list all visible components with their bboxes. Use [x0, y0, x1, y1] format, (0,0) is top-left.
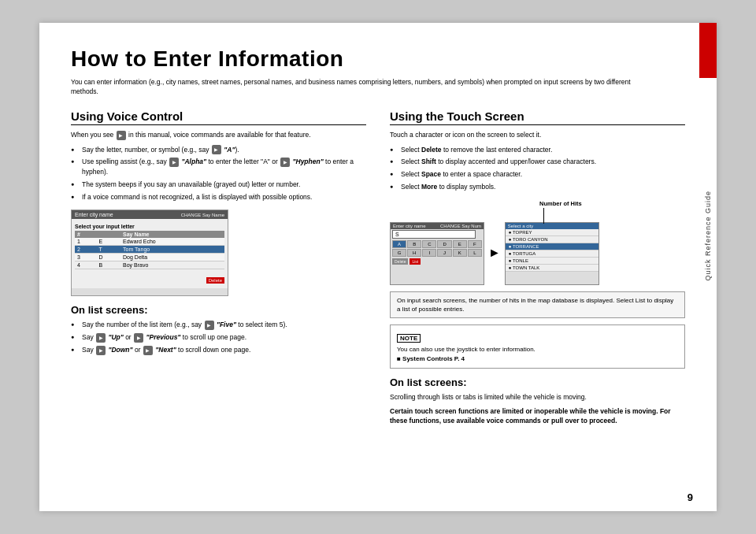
screenshot-header: Enter city name CHANGE Say Name	[72, 210, 228, 219]
hits-vertical-line	[543, 208, 544, 224]
touch-bullet-3: Select Space to enter a space character.	[390, 169, 685, 180]
letter-grid: A B C D E F G H I J K L	[392, 240, 482, 257]
col-header-name: Say Name	[120, 231, 224, 238]
list-screens-heading-left: On list screens:	[71, 304, 366, 316]
voice-icon-8	[96, 346, 106, 355]
list-nav-btn[interactable]: List	[410, 258, 421, 265]
note-text-2: ■ System Controls P. 4	[397, 354, 678, 364]
touch-bullets: Select Delete to remove the last entered…	[390, 145, 685, 192]
left-column: Using Voice Control When you see in this…	[71, 109, 366, 495]
bullet-4: If a voice command is not recognized, a …	[71, 192, 366, 202]
col-header-num: #	[75, 231, 96, 238]
list-scroll-text: Scrolling through lists or tabs is limit…	[390, 392, 685, 402]
touch-screen-heading: Using the Touch Screen	[390, 109, 685, 125]
letter-cell-a[interactable]: A	[392, 240, 406, 248]
table-row: 3 D Dog Delta	[75, 254, 224, 261]
city-list-item[interactable]: ● TORO CANYON	[506, 236, 598, 243]
vertical-label: Quick Reference Guide	[699, 23, 717, 511]
letter-cell-h[interactable]: H	[407, 249, 421, 257]
voice-icon-4	[280, 158, 290, 167]
bullet-3: The system beeps if you say an unavailab…	[71, 180, 366, 190]
note-label: NOTE	[397, 334, 421, 343]
touch-bullet-1: Select Delete to remove the last entered…	[390, 145, 685, 155]
right-screenshots: Enter city name CHANGE Say Num A B C D E…	[390, 222, 685, 285]
city-list-item[interactable]: ● TORTUGA	[506, 250, 598, 258]
bullet-1: Say the letter, number, or symbol (e.g.,…	[71, 145, 366, 155]
voice-icon-7	[134, 333, 143, 343]
note-text-1: You can also use the joystick to enter i…	[397, 345, 678, 354]
list-screens-bullets: Say the number of the list item (e.g., s…	[71, 320, 366, 354]
list-bullet-2: Say "Up" or "Previous" to scroll up one …	[71, 332, 366, 343]
page-container: Quick Reference Guide How to Enter Infor…	[39, 23, 717, 511]
letter-cell-c[interactable]: C	[422, 240, 436, 248]
voice-icon-1	[117, 131, 126, 140]
touch-bullet-4: Select More to display symbols.	[390, 182, 685, 192]
letter-cell-e[interactable]: E	[453, 240, 467, 248]
right-column: Using the Touch Screen Touch a character…	[390, 109, 685, 495]
list-bullet-3: Say "Down" or "Next" to scroll down one …	[71, 345, 366, 355]
letter-table: # Say Name 1 E Edward Echo	[75, 231, 224, 269]
voice-icon-2	[212, 145, 221, 154]
note-link[interactable]: System Controls P. 4	[402, 355, 465, 362]
letter-cell-d[interactable]: D	[437, 240, 451, 248]
bullet-2: Use spelling assist (e.g., say "Alpha" t…	[71, 157, 366, 177]
screenshot-title: Enter city name	[75, 212, 113, 217]
right-screenshot-wrapper: Number of Hits Enter city name CHANGE Sa…	[390, 200, 685, 285]
letter-cell-g[interactable]: G	[392, 249, 406, 257]
intro-text: You can enter information (e.g., city na…	[71, 78, 638, 97]
voice-icon-5	[205, 321, 214, 330]
letter-cell-l[interactable]: L	[468, 249, 482, 257]
city-list-item[interactable]: ● TOPREY	[506, 229, 598, 236]
col-header-letter	[96, 231, 120, 238]
voice-control-heading: Using Voice Control	[71, 109, 366, 125]
city-list-item[interactable]: ● TOWN TALK	[506, 265, 598, 272]
quick-reference-label: Quick Reference Guide	[704, 191, 712, 344]
voice-icon-9	[143, 346, 153, 355]
voice-icon-6	[96, 333, 106, 343]
table-row: 2 T Tom Tango	[75, 246, 224, 254]
arrow-icon: ►	[488, 222, 501, 260]
touch-bullet-2: Select Shift to display accented and upp…	[390, 157, 685, 167]
city-list-item[interactable]: ● TONLE	[506, 258, 598, 265]
city-list-item[interactable]: ● TORRANCE	[506, 243, 598, 250]
select-city-screen: Select a city ● TOPREY ● TORO CANYON ● T…	[505, 222, 599, 285]
enter-city-header: Enter city name CHANGE Say Num	[391, 223, 484, 229]
letter-cell-i[interactable]: I	[422, 249, 436, 257]
letter-cell-j[interactable]: J	[437, 249, 451, 257]
content-columns: Using Voice Control When you see in this…	[71, 109, 685, 495]
voice-intro-text: When you see in this manual, voice comma…	[71, 130, 366, 140]
note-box: NOTE You can also use the joystick to en…	[390, 324, 685, 369]
caption-text: On input search screens, the number of h…	[397, 297, 673, 313]
table-row: 4 B Boy Bravo	[75, 261, 224, 269]
screenshot-body: Select your input letter # Say Name 1	[72, 219, 228, 288]
caption-box: On input search screens, the number of h…	[390, 291, 685, 318]
delete-btn[interactable]: Delete	[206, 277, 224, 284]
enter-city-screen: Enter city name CHANGE Say Num A B C D E…	[390, 222, 484, 285]
voice-bullets: Say the letter, number, or symbol (e.g.,…	[71, 145, 366, 202]
page-title: How to Enter Information	[71, 46, 685, 72]
page-number: 9	[687, 491, 693, 503]
voice-icon-3	[169, 158, 179, 167]
list-screens-heading-right: On list screens:	[390, 376, 685, 388]
warning-text: Certain touch screen functions are limit…	[390, 406, 685, 427]
select-city-header: Select a city	[506, 223, 598, 229]
letter-cell-b[interactable]: B	[407, 240, 421, 248]
voice-screenshot: Enter city name CHANGE Say Name Select y…	[71, 210, 228, 296]
city-input[interactable]	[392, 230, 476, 239]
touch-intro: Touch a character or icon on the screen …	[390, 130, 685, 140]
delete-nav-btn[interactable]: Delete	[392, 258, 408, 265]
number-of-hits-label: Number of Hits	[539, 200, 582, 207]
select-prompt: Select your input letter	[75, 222, 224, 231]
list-bullet-1: Say the number of the list item (e.g., s…	[71, 320, 366, 330]
screenshot-controls: CHANGE Say Name	[181, 213, 224, 217]
table-row: 1 E Edward Echo	[75, 238, 224, 246]
letter-cell-f[interactable]: F	[468, 240, 482, 248]
letter-cell-k[interactable]: K	[453, 249, 467, 257]
nav-buttons: Delete List	[392, 258, 482, 265]
